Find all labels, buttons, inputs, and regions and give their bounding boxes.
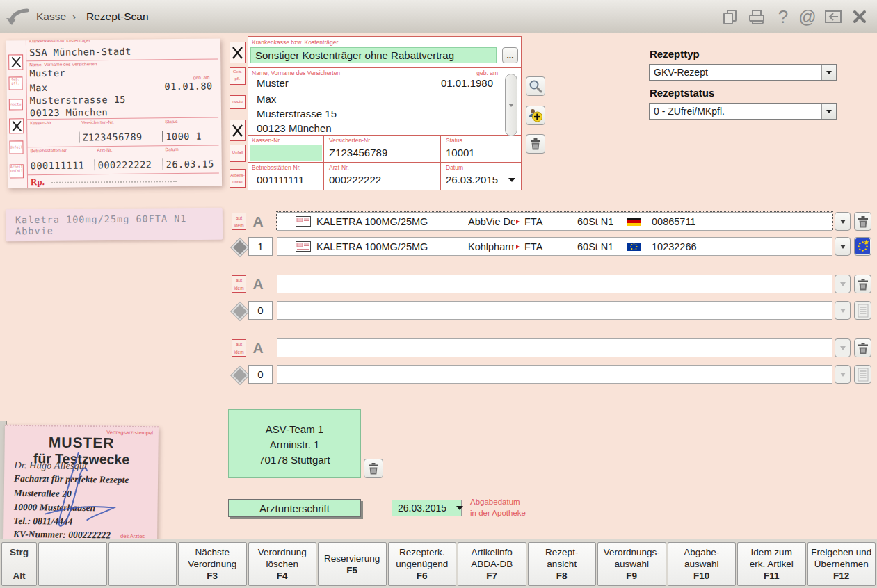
versicherten-nr-value[interactable]: Z123456789	[329, 147, 387, 158]
patient-street[interactable]: Musterstrasse 15	[257, 108, 337, 120]
status-diamond-icon	[231, 302, 248, 320]
kassen-nr-field[interactable]	[250, 145, 322, 161]
breadcrumb-app[interactable]: Kasse	[36, 0, 66, 33]
arzt-nr-value[interactable]: 000222222	[329, 174, 381, 186]
quantity-field[interactable]: 0	[248, 365, 273, 384]
article-dropdown-button[interactable]	[835, 237, 851, 256]
kostentraeger-field[interactable]: Sonstiger Kostenträger ohne Rabattvertra…	[250, 47, 497, 63]
scan-insurer-label: Krankenkasse bzw. Kostenträger	[29, 38, 90, 43]
abgabe-article-field[interactable]	[277, 365, 832, 384]
patient-firstname[interactable]: Max	[257, 93, 276, 105]
delete-patient-button[interactable]	[526, 134, 545, 154]
aut-idem-checkbox[interactable]: autidem	[232, 213, 246, 230]
quantity-field[interactable]: 1	[248, 237, 273, 256]
switch-window-icon[interactable]	[823, 7, 843, 26]
eu-import-button[interactable]	[854, 237, 871, 256]
datum-dropdown-icon[interactable]	[508, 178, 515, 186]
article-dropdown-button	[835, 301, 851, 320]
status-value[interactable]: 10001	[446, 147, 475, 158]
fkey-f4-verordnung-loeschen[interactable]: VerordnunglöschenF4	[248, 542, 317, 586]
form-checkbox-arbeitsunfall[interactable]: Arbeits-unfall	[230, 169, 246, 188]
article-dropdown-button[interactable]	[835, 212, 851, 231]
form-checkbox-sonstige[interactable]	[230, 120, 246, 141]
form-checkbox-unfall[interactable]: Unfall	[230, 145, 246, 162]
name-scroll-button[interactable]	[505, 74, 517, 136]
patient-city[interactable]: 00123 München	[257, 122, 332, 134]
taxe-info-button	[854, 365, 871, 384]
add-patient-button[interactable]	[526, 106, 545, 125]
scan-firstname: Max	[30, 82, 48, 93]
verordnung-row-2: autidem A	[0, 275, 877, 293]
form-checkbox-frei[interactable]	[230, 42, 246, 63]
fkey-f2[interactable]	[108, 542, 177, 586]
aut-idem-checkbox[interactable]: autidem	[232, 339, 246, 357]
scan-checkbox-sonstige	[9, 118, 24, 133]
verordnung-article-field[interactable]: KALETRA 100MG/25MG AbbVie De FTA 60St N1…	[277, 212, 832, 231]
trash-icon	[367, 462, 380, 475]
article-dropdown-button	[835, 365, 851, 384]
abgabedatum-dropdown-icon[interactable]	[456, 506, 463, 514]
patient-birthdate[interactable]: 01.01.1980	[441, 77, 493, 89]
delete-row-button[interactable]	[854, 338, 871, 357]
fkey-f11-idem-artikel[interactable]: Idem zumerk. ArtikelF11	[737, 542, 806, 586]
abgabe-article-field[interactable]: KALETRA 100MG/25MG Kohlpharm FTA 60St N1…	[277, 237, 832, 256]
article-dropdown-button	[835, 275, 851, 293]
fkey-f5-reservierung[interactable]: ReservierungF5	[318, 542, 387, 586]
aut-idem-checkbox[interactable]: autidem	[232, 275, 246, 293]
fkey-f1[interactable]	[38, 542, 107, 586]
fkey-f10-abgabeauswahl[interactable]: Abgabe-auswahlF10	[668, 542, 737, 586]
betriebs-nr-value[interactable]: 001111111	[257, 174, 304, 186]
scan-versicherten-label: Versicherten-Nr.	[81, 120, 114, 124]
fkey-f12-freigeben[interactable]: Freigeben undÜbernehmenF12	[807, 542, 876, 586]
kostentraeger-browse-button[interactable]: ...	[502, 47, 518, 63]
print-icon[interactable]	[747, 7, 766, 26]
rezepttyp-dropdown-icon[interactable]	[821, 65, 836, 80]
person-add-icon	[528, 108, 543, 123]
form-checkbox-gebpfl[interactable]: Geb.pfl.	[230, 67, 246, 85]
doctor-stamp: Vertragsarztstempel MUSTER Dr. Hugo Alle…	[3, 425, 159, 542]
patient-surname[interactable]: Muster	[257, 77, 289, 89]
fkey-f6-rezepterk-ungenuegend[interactable]: Rezepterk.ungenügendF6	[388, 542, 457, 586]
fkey-f8-rezeptansicht[interactable]: Rezept-ansichtF8	[528, 542, 597, 586]
abgabe-marker: A	[248, 212, 268, 231]
article-dropdown-button	[835, 338, 851, 357]
breadcrumb-separator: ›	[72, 0, 76, 33]
rezeptstatus-select[interactable]: 0 - ZUfrei/MKpfl.	[649, 103, 837, 120]
scan-checkbox-unfall: Unfall	[9, 140, 23, 154]
delete-row-button[interactable]	[854, 275, 871, 293]
fkey-f9-verordnungsauswahl[interactable]: Verordnungs-auswahlF9	[597, 542, 666, 586]
close-icon[interactable]	[850, 7, 869, 26]
scan-arzt-nr: 000222222	[95, 158, 152, 170]
back-icon[interactable]	[6, 6, 31, 29]
scan-datum-label: Datum	[166, 147, 179, 152]
quantity-field[interactable]: 0	[248, 301, 273, 320]
abgabedatum-select[interactable]: 26.03.2015	[392, 500, 462, 516]
scan-status-label: Status	[165, 119, 178, 124]
rezept-scan-window: Kasse › Rezept-Scan ? @ Geb.pfl. noctu	[0, 0, 877, 588]
fkey-f7-artikelinfo[interactable]: ArtikelinfoABDA-DBF7	[458, 542, 526, 586]
asv-team-name: ASV-Team 1	[229, 422, 360, 437]
rezepttyp-label: Rezepttyp	[650, 48, 700, 60]
verordnung-article-field[interactable]	[277, 338, 832, 357]
delete-asv-button[interactable]	[364, 459, 383, 478]
rezeptstatus-dropdown-icon[interactable]	[821, 104, 836, 119]
doctor-signature-icon	[31, 447, 130, 541]
help-icon[interactable]: ?	[773, 7, 793, 26]
price-list-icon	[857, 304, 869, 318]
asv-team-street: Arminstr. 1	[229, 437, 360, 452]
rezept-mini-icon	[296, 216, 311, 227]
datum-value[interactable]: 26.03.2015	[446, 174, 498, 186]
verordnung-article-field[interactable]	[277, 275, 832, 293]
fkey-f3-naechste-verordnung[interactable]: NächsteVerordnungF3	[178, 542, 247, 586]
arztunterschrift-button[interactable]: Arztunterschrift	[228, 499, 361, 517]
rezepttyp-select[interactable]: GKV-Rezept	[649, 64, 837, 81]
modifier-key-legend: StrgAlt	[1, 542, 37, 586]
copy-icon[interactable]	[721, 7, 740, 26]
form-checkbox-noctu[interactable]: noctu	[230, 95, 246, 109]
search-insurer-button[interactable]	[526, 76, 545, 96]
abgabe-article-field[interactable]	[277, 301, 832, 320]
scan-betriebs-label: Betriebsstätten-Nr.	[31, 148, 68, 154]
scan-betriebs-nr: 000111111	[31, 159, 85, 171]
email-at-icon[interactable]: @	[798, 7, 817, 26]
delete-row-button[interactable]	[854, 212, 871, 231]
